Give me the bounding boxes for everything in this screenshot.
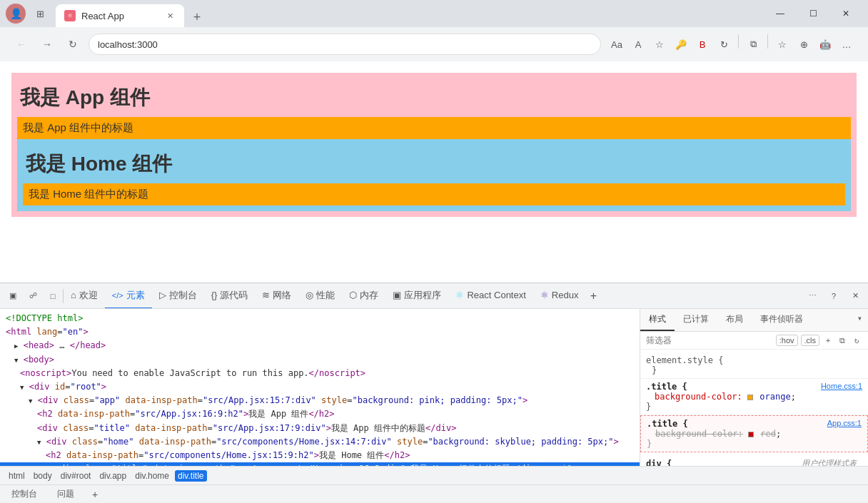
back-button[interactable]: ← [11, 34, 31, 54]
devtools-panel: ▣ ☍ □ ⌂ 欢迎 </> 元素 ▷ 控制台 {} 源代码 [0, 283, 868, 503]
redux-icon: ⚛ [540, 290, 549, 300]
issues-bottom-tab[interactable]: 问题 [51, 487, 80, 501]
maximize-button[interactable]: ☐ [797, 2, 829, 25]
dom-line[interactable]: <html lang="en"> [0, 325, 640, 339]
red-swatch[interactable] [748, 432, 754, 437]
add-rule-icon[interactable]: + [822, 335, 834, 346]
breadcrumb-title[interactable]: div.title [175, 470, 206, 482]
breadcrumb-body[interactable]: body [31, 470, 55, 482]
profile-avatar[interactable]: 👤 [6, 4, 26, 24]
devtools-console-icon[interactable]: □ [43, 286, 63, 306]
styles-tab-more[interactable]: ▾ [852, 309, 868, 331]
styles-content: element.style { } .title { Home.css:1 ba… [640, 350, 868, 466]
add-panel-button[interactable]: + [89, 488, 101, 501]
dom-line[interactable]: ▼ <body> [0, 353, 640, 367]
close-button[interactable]: ✕ [829, 2, 862, 25]
devtools-tab-console[interactable]: ▷ 控制台 [152, 283, 204, 309]
favorites-icon[interactable]: ☆ [772, 34, 792, 54]
refresh-icon[interactable]: ↻ [851, 335, 862, 346]
filter-cls-btn[interactable]: .cls [801, 335, 820, 346]
dom-line[interactable]: ▼ <div id="root"> [0, 380, 640, 394]
dom-line[interactable]: <h2 data-insp-path="src/App.jsx:16:9:h2"… [0, 407, 640, 421]
devtools-help-icon[interactable]: ? [824, 286, 844, 306]
dom-line[interactable]: ▼ <div class="home" data-insp-path="src/… [0, 435, 640, 449]
breadcrumb-root[interactable]: div#root [58, 470, 94, 482]
devtools-tab-network[interactable]: ≋ 网络 [255, 283, 298, 309]
devtools-tab-memory[interactable]: ⬡ 内存 [342, 283, 385, 309]
split-view-icon[interactable]: ⧉ [743, 34, 763, 54]
devtools-overflow-icon[interactable]: ⋯ [802, 286, 822, 306]
devtools-tab-welcome[interactable]: ⌂ 欢迎 [64, 283, 105, 309]
devtools-close-icon[interactable]: ✕ [845, 286, 865, 306]
devtools-tab-redux[interactable]: ⚛ Redux [533, 283, 586, 309]
tab-close-button[interactable]: ✕ [164, 10, 176, 21]
styles-panel: 样式 已计算 布局 事件侦听器 ▾ :hov .cls + ⧉ ↻ [640, 309, 868, 466]
new-tab-button[interactable]: + [187, 7, 207, 27]
address-input[interactable] [89, 34, 601, 55]
devtools-tab-sources[interactable]: {} 源代码 [204, 283, 256, 309]
console-bottom-tab[interactable]: 控制台 [6, 487, 43, 501]
bing-icon[interactable]: B [692, 34, 712, 54]
devtools-tab-elements[interactable]: </> 元素 [105, 283, 152, 309]
styles-tab[interactable]: 样式 [640, 309, 675, 331]
translate-icon[interactable]: Aa [607, 34, 627, 54]
welcome-label: 欢迎 [79, 289, 98, 302]
devtools-add-tab[interactable]: + [585, 288, 601, 304]
dom-line[interactable]: ▶ <head> … </head> [0, 339, 640, 352]
bookmark-icon[interactable]: ☆ [650, 34, 670, 54]
dom-line: <!DOCTYPE html> [0, 312, 640, 325]
devtools-toolbar: ▣ ☍ □ ⌂ 欢迎 </> 元素 ▷ 控制台 {} 源代码 [0, 283, 868, 309]
element-style-selector: element.style { [646, 355, 862, 365]
dom-line[interactable]: <div class="title" data-insp-path="src/A… [0, 422, 640, 435]
refresh-icon2[interactable]: ↻ [714, 34, 734, 54]
filter-input[interactable] [646, 335, 773, 345]
reload-button[interactable]: ↻ [63, 34, 83, 54]
main-area: 我是 App 组件 我是 App 组件中的标题 我是 Home 组件 我是 Ho… [0, 61, 868, 503]
ua-label: 用户代理样式表 [796, 455, 862, 466]
layout-tab[interactable]: 布局 [717, 309, 752, 331]
devtools-tab-perf[interactable]: ◎ 性能 [298, 283, 342, 309]
devtools-device-icon[interactable]: ☍ [23, 286, 43, 306]
app-css-selector: .title { [647, 419, 688, 429]
breadcrumb-html[interactable]: html [6, 470, 28, 482]
home-css-source[interactable]: Home.css:1 [821, 382, 862, 390]
copy-icon[interactable]: ⧉ [837, 335, 848, 346]
more-icon[interactable]: … [837, 34, 857, 54]
filter-hov-btn[interactable]: :hov [776, 335, 798, 346]
home-css-prop: background-color: orange; [646, 392, 862, 402]
read-mode-icon[interactable]: A [628, 34, 648, 54]
password-icon[interactable]: 🔑 [671, 34, 691, 54]
sources-icon: {} [211, 290, 218, 300]
devtools-tab-react-context[interactable]: ⚛ React Context [448, 283, 533, 309]
event-tab[interactable]: 事件侦听器 [752, 309, 812, 331]
console-icon: ▷ [159, 290, 166, 300]
breadcrumb-bar: html body div#root div.app div.home div.… [0, 466, 868, 484]
orange-swatch[interactable] [747, 395, 753, 400]
home-heading: 我是 Home 组件 [23, 145, 845, 183]
computed-tab[interactable]: 已计算 [675, 309, 717, 331]
sources-label: 源代码 [220, 289, 248, 302]
devtools-tab-app[interactable]: ▣ 应用程序 [385, 283, 448, 309]
dom-panel[interactable]: <!DOCTYPE html> <html lang="en"> ▶ <head… [0, 309, 640, 466]
collections-icon[interactable]: ⊕ [794, 34, 814, 54]
tab-bar-icon[interactable]: ⊞ [30, 4, 50, 24]
network-icon: ≋ [262, 290, 270, 300]
minimize-button[interactable]: — [764, 2, 797, 25]
active-tab[interactable]: ⚛ React App ✕ [56, 4, 184, 27]
breadcrumb-app[interactable]: div.app [96, 470, 129, 482]
dom-line[interactable]: <h2 data-insp-path="src/components/Home.… [0, 449, 640, 462]
copilot-icon[interactable]: 🤖 [815, 34, 835, 54]
forward-button[interactable]: → [37, 34, 57, 54]
dom-line[interactable]: ▼ <div class="app" data-insp-path="src/A… [0, 394, 640, 407]
app-title-rule-header: .title { App.css:1 [647, 419, 862, 429]
breadcrumb-home[interactable]: div.home [132, 470, 172, 482]
app-heading: 我是 App 组件 [17, 78, 851, 117]
separator2 [767, 34, 768, 49]
console-label: 控制台 [169, 289, 197, 302]
app-css-close: } [647, 439, 862, 449]
app-css-source[interactable]: App.css:1 [827, 419, 862, 427]
devtools-inspect-icon[interactable]: ▣ [3, 286, 23, 306]
ua-selector: div { [646, 459, 672, 467]
dom-line[interactable]: <noscript>You need to enable JavaScript … [0, 367, 640, 380]
app-css-prop: background-color: red; [647, 429, 862, 439]
